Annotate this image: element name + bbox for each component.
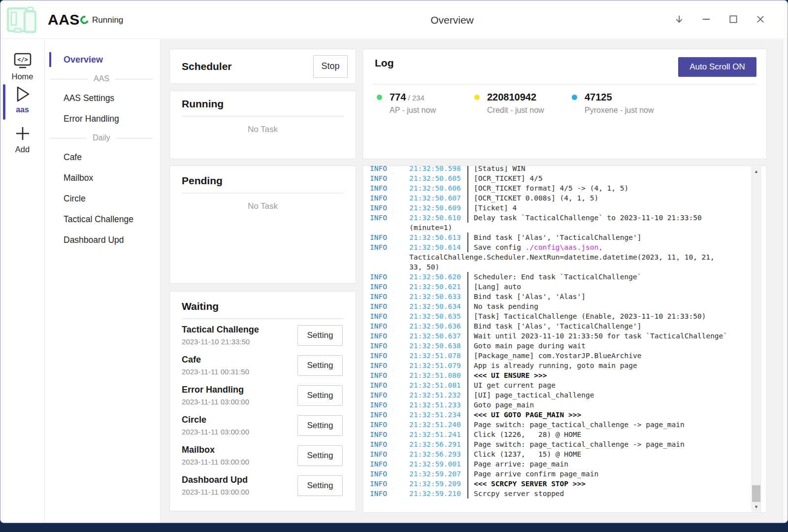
activity-item-add[interactable]: Add bbox=[0, 123, 44, 154]
log-message: [Package_name] com.YostarJP.BlueArchive bbox=[468, 351, 641, 361]
task-info: Error Handling2023-11-11 03:00:00 bbox=[182, 385, 297, 406]
task-info: Cafe2023-11-11 00:31:50 bbox=[182, 355, 297, 376]
log-timestamp: 21:32:56.291 bbox=[409, 439, 467, 449]
task-info: Circle2023-11-11 03:00:00 bbox=[182, 415, 297, 436]
panel-divider bbox=[182, 318, 344, 319]
stat-value-number: 47125 bbox=[585, 92, 612, 102]
nav-item-label: Error Handling bbox=[64, 114, 119, 124]
page-scrollbar[interactable] bbox=[783, 39, 788, 523]
running-spinner-icon bbox=[79, 14, 90, 26]
log-level: INFO bbox=[370, 331, 409, 341]
log-timestamp: 21:32:51.081 bbox=[409, 380, 467, 390]
log-line: INFO21:32:50.609[Ticket] 4 bbox=[370, 203, 749, 213]
activity-item-aas[interactable]: aas bbox=[0, 84, 44, 114]
log-timestamp: 21:32:51.079 bbox=[409, 361, 467, 370]
log-scrollbar-thumb[interactable] bbox=[752, 485, 760, 502]
log-timestamp: 21:32:50.613 bbox=[409, 233, 467, 242]
nav-item-dashboard-upd[interactable]: Dashboard Upd bbox=[49, 230, 154, 250]
activity-item-home[interactable]: </> Home bbox=[0, 50, 44, 81]
log-timestamp: 21:32:51.234 bbox=[409, 410, 467, 420]
log-scrollbar[interactable]: ▲ ▼ bbox=[751, 166, 761, 512]
log-message: Delay task `TacticalChallenge` to 2023-1… bbox=[468, 213, 702, 223]
log-line-indent bbox=[370, 223, 409, 233]
task-setting-button[interactable]: Setting bbox=[297, 415, 343, 436]
nav-item-error-handling[interactable]: Error Handling bbox=[49, 108, 154, 129]
task-name: Dashboard Upd bbox=[182, 475, 297, 485]
task-setting-button[interactable]: Setting bbox=[297, 385, 343, 406]
log-message: [OCR_TICKET 0.008s] (4, 1, 5) bbox=[468, 193, 598, 203]
running-empty-text: No Task bbox=[170, 125, 356, 134]
log-level: INFO bbox=[370, 361, 409, 370]
log-stat-credit: 220810942Credit - just now bbox=[474, 92, 572, 115]
activity-bar: </> Home aas Add bbox=[0, 39, 45, 523]
log-timestamp: 21:32:59.210 bbox=[409, 489, 467, 499]
task-setting-button[interactable]: Setting bbox=[297, 475, 343, 496]
log-line: INFO21:32:51.232[UI] page_tactical_chall… bbox=[370, 390, 749, 400]
log-level: INFO bbox=[370, 233, 409, 242]
log-line: INFO21:32:56.293Click (1237, 15) @ HOME bbox=[370, 449, 749, 459]
stat-value-number: 220810942 bbox=[487, 92, 536, 102]
log-line: INFO21:32:50.634No task pending bbox=[370, 301, 749, 311]
waiting-task-row: Circle2023-11-11 03:00:00Setting bbox=[170, 410, 356, 440]
nav-item-label: Dashboard Upd bbox=[64, 235, 124, 245]
nav-item-label: Mailbox bbox=[64, 173, 93, 183]
nav-item-label: Circle bbox=[64, 194, 86, 204]
scrollbar-up-icon[interactable]: ▲ bbox=[751, 167, 761, 175]
log-message: Page arrive: page_main bbox=[468, 459, 568, 469]
arrow-down-icon bbox=[674, 14, 684, 26]
task-setting-button[interactable]: Setting bbox=[297, 445, 343, 466]
nav-item-mailbox[interactable]: Mailbox bbox=[49, 167, 154, 188]
scrollbar-down-icon[interactable]: ▼ bbox=[751, 503, 761, 511]
maximize-icon bbox=[728, 14, 738, 26]
minimize-button[interactable] bbox=[699, 12, 714, 27]
nav-section-label: AAS bbox=[94, 74, 109, 83]
log-timestamp: 21:32:51.233 bbox=[409, 400, 467, 410]
log-message: No task pending bbox=[468, 301, 538, 311]
log-message: Scheduler: End task `TacticalChallenge` bbox=[468, 272, 641, 282]
log-timestamp: 21:32:50.634 bbox=[409, 301, 467, 311]
log-stats: 774/ 234AP - just now220810942Credit - j… bbox=[377, 92, 669, 115]
stop-button[interactable]: Stop bbox=[313, 55, 348, 78]
nav-item-overview[interactable]: Overview bbox=[49, 49, 154, 70]
nav-item-circle[interactable]: Circle bbox=[49, 188, 154, 209]
scheduler-status-text: Running bbox=[92, 15, 123, 25]
nav-section-aas: AAS bbox=[49, 70, 154, 88]
task-setting-button[interactable]: Setting bbox=[297, 355, 343, 376]
svg-text:</>: </> bbox=[17, 56, 28, 63]
log-line-indent bbox=[370, 252, 409, 262]
log-message: Page switch: page_tactical_challenge -> … bbox=[468, 420, 685, 430]
log-message: Save config ./config\aas.json, bbox=[468, 242, 603, 252]
stat-dot bbox=[377, 95, 382, 100]
maximize-button[interactable] bbox=[726, 12, 741, 27]
nav-item-aas-settings[interactable]: AAS Settings bbox=[49, 88, 154, 108]
log-lines: INFO21:32:50.598[Status] WININFO21:32:50… bbox=[370, 166, 749, 499]
log-line: INFO21:32:56.291Page switch: page_tactic… bbox=[370, 439, 749, 449]
log-panel-header: Log Auto Scroll ON 774/ 234AP - just now… bbox=[362, 49, 767, 159]
log-title: Log bbox=[375, 57, 394, 69]
log-level: INFO bbox=[370, 341, 409, 351]
nav-item-label: Cafe bbox=[64, 152, 82, 163]
download-button[interactable] bbox=[672, 12, 687, 27]
log-message: TacticalChallenge.Scheduler.NextRun=date… bbox=[409, 252, 715, 262]
pending-panel: Pending No Task bbox=[169, 166, 356, 284]
selected-indicator bbox=[49, 52, 51, 67]
log-message: UI get current page bbox=[468, 380, 556, 390]
log-message: Click (1226, 28) @ HOME bbox=[468, 430, 581, 439]
waiting-task-row: Dashboard Upd2023-11-11 03:00:00Setting bbox=[170, 470, 356, 500]
log-timestamp: 21:32:50.607 bbox=[409, 193, 467, 203]
log-line: INFO21:32:50.621[Lang] auto bbox=[370, 282, 749, 292]
log-level: INFO bbox=[370, 292, 409, 301]
task-next-run-time: 2023-11-11 03:00:00 bbox=[182, 428, 297, 436]
log-timestamp: 21:32:50.609 bbox=[409, 203, 467, 213]
auto-scroll-button[interactable]: Auto Scroll ON bbox=[678, 57, 756, 77]
log-message: [Lang] auto bbox=[468, 282, 521, 292]
log-line: INFO21:32:50.636Bind task ['Alas', 'Tact… bbox=[370, 321, 749, 331]
stat-dot bbox=[474, 95, 480, 100]
nav-item-label: Tactical Challenge bbox=[64, 214, 133, 225]
close-button[interactable] bbox=[753, 12, 768, 27]
task-setting-button[interactable]: Setting bbox=[297, 325, 343, 346]
nav-item-cafe[interactable]: Cafe bbox=[49, 147, 154, 167]
task-name: Mailbox bbox=[182, 445, 297, 455]
running-title: Running bbox=[182, 98, 356, 110]
nav-item-tactical-challenge[interactable]: Tactical Challenge bbox=[49, 209, 154, 230]
